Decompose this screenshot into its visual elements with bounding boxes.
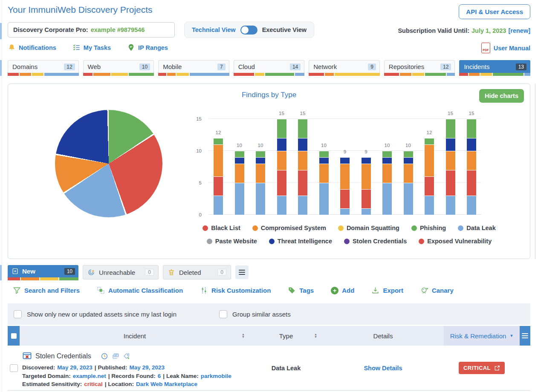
page-left-edge	[0, 0, 2, 392]
column-incident[interactable]: Incident ▲▼	[20, 326, 250, 346]
discovered-value[interactable]: May 29, 2023	[57, 363, 93, 372]
tab-network[interactable]: Network9	[309, 60, 380, 76]
row-checkbox[interactable]	[10, 364, 18, 372]
canary-button[interactable]: Canary	[420, 286, 454, 294]
tab-cloud[interactable]: Cloud14	[234, 60, 305, 76]
checkbox[interactable]	[219, 310, 227, 318]
tab-domains[interactable]: Domains12	[8, 60, 79, 76]
comments-icon[interactable]	[112, 352, 119, 360]
bar-columns: 121010151510991010121515	[214, 119, 476, 215]
bar-total-label: 15	[277, 111, 286, 116]
findings-pie-chart	[55, 110, 162, 217]
sort-type-icon[interactable]: ▲▼	[314, 333, 317, 338]
project-selector[interactable]: Discovery Corporate Pro: example #987954…	[8, 22, 175, 37]
sliders-icon	[200, 286, 208, 294]
severity-segment	[493, 73, 523, 76]
bar-segment-compromised-system	[256, 164, 265, 183]
bar-segment-data-leak	[256, 183, 265, 215]
severity-segment	[335, 73, 380, 76]
pdf-icon: PDF	[481, 43, 490, 53]
published-value[interactable]: May 29, 2023	[129, 363, 165, 372]
leak-name-value[interactable]: parkmobile	[201, 372, 231, 380]
tab-label: Domains	[12, 63, 38, 70]
bar-segment-black-list	[298, 170, 307, 196]
location-value[interactable]: Dark Web Marketplace	[136, 380, 197, 389]
bar-segment-compromised-system	[446, 151, 455, 170]
legend-item: Compromised System	[252, 225, 326, 231]
tab-unreachable[interactable]: Unreachable 0	[83, 265, 159, 280]
column-type[interactable]: Type ▲▼	[250, 326, 322, 346]
filter-group-similar[interactable]: Group similar assets	[219, 310, 291, 318]
legend-dot	[202, 225, 208, 231]
risk-customization-button[interactable]: Risk Customization	[200, 286, 271, 294]
severity-segment	[176, 73, 189, 76]
incident-title[interactable]: Stolen Credentials	[35, 352, 91, 360]
list-options-button[interactable]	[235, 265, 249, 279]
domain-value[interactable]: example.net	[73, 372, 106, 380]
incident-row[interactable]: Stolen Credentials Discovered: May 29, 2…	[8, 346, 530, 391]
show-details-link[interactable]: Show Details	[364, 365, 402, 372]
tab-web[interactable]: Web10	[83, 60, 154, 76]
legend-dot	[207, 239, 212, 244]
hide-charts-button[interactable]: Hide charts	[479, 89, 524, 103]
filter-bar: Show only new or updated assets since my…	[8, 303, 530, 325]
table-menu-button[interactable]	[520, 326, 530, 346]
user-manual-link[interactable]: PDF User Manual	[481, 43, 530, 53]
y-tick-label: 5	[199, 180, 202, 185]
bar-total-label: 9	[362, 149, 371, 154]
findings-bar-chart: 121010151510991010121515	[208, 119, 481, 215]
sort-incident-icon[interactable]: ▲▼	[242, 333, 245, 338]
checkbox[interactable]	[14, 310, 22, 318]
notifications-link[interactable]: Notifications	[8, 43, 56, 52]
tab-deleted[interactable]: Deleted 0	[163, 265, 231, 280]
tab-severity-bar	[8, 73, 79, 76]
tag-icon	[288, 286, 296, 294]
technical-view-label[interactable]: Technical View	[192, 26, 236, 33]
project-value: example #9879546	[91, 26, 145, 33]
legend-dot	[252, 225, 258, 231]
tab-header: Incidents13	[459, 60, 530, 73]
risk-critical-badge[interactable]: CRITICAL	[459, 362, 505, 374]
legend-dot	[338, 225, 344, 231]
add-button[interactable]: + Add	[331, 287, 354, 294]
my-tasks-link[interactable]: My Tasks	[72, 43, 111, 52]
tab-severity-bar	[83, 73, 154, 76]
tab-incidents[interactable]: Incidents13	[459, 60, 530, 76]
action-label: Tags	[299, 287, 314, 294]
bar-segment-black-list	[340, 189, 350, 208]
stacked-bar: 9	[340, 119, 350, 215]
project-label: Discovery Corporate Pro:	[13, 26, 88, 33]
user-manual-label: User Manual	[494, 45, 530, 52]
column-risk-remediation[interactable]: Risk & Remediation ▼	[444, 326, 520, 346]
automatic-classification-button[interactable]: Automatic Classification	[97, 286, 183, 294]
bar-segment-data-leak	[425, 196, 434, 215]
view-toggle-switch[interactable]	[240, 26, 257, 35]
api-user-access-button[interactable]: API & User Access	[459, 4, 530, 19]
executive-view-label[interactable]: Executive View	[262, 26, 307, 33]
tags-button[interactable]: Tags	[288, 286, 314, 294]
tab-new[interactable]: New 10	[8, 265, 78, 280]
tab-repositories[interactable]: Repositories12	[384, 60, 455, 76]
bar-segment-threat-intelligence	[256, 157, 265, 164]
renew-link[interactable]: [renew]	[508, 27, 530, 34]
tab-mobile[interactable]: Mobile7	[158, 60, 229, 76]
trash-icon	[168, 268, 175, 276]
filter-show-new-assets[interactable]: Show only new or updated assets since my…	[14, 310, 176, 318]
bar-segment-threat-intelligence	[277, 138, 286, 151]
select-all-cell[interactable]	[8, 326, 20, 346]
bar-segment-compromised-system	[319, 164, 329, 183]
select-all-checkbox[interactable]	[11, 333, 17, 339]
search-and-filters-button[interactable]: Search and Filters	[13, 286, 80, 294]
ip-ranges-link[interactable]: IP IP Ranges	[127, 43, 168, 52]
history-clock-icon[interactable]	[101, 352, 108, 360]
tab-label: Repositories	[389, 63, 424, 70]
records-value[interactable]: 6	[158, 372, 161, 380]
action-label: Canary	[432, 287, 454, 294]
export-button[interactable]: Export	[371, 286, 403, 294]
records-label: | Records Found:	[108, 372, 156, 380]
stacked-bar: 10	[382, 119, 392, 215]
severity-segment	[8, 73, 19, 76]
view-toggle-group: Technical View Executive View	[184, 22, 314, 38]
add-tag-icon[interactable]	[123, 352, 130, 360]
bar-chart-y-axis: 051015	[187, 119, 205, 215]
